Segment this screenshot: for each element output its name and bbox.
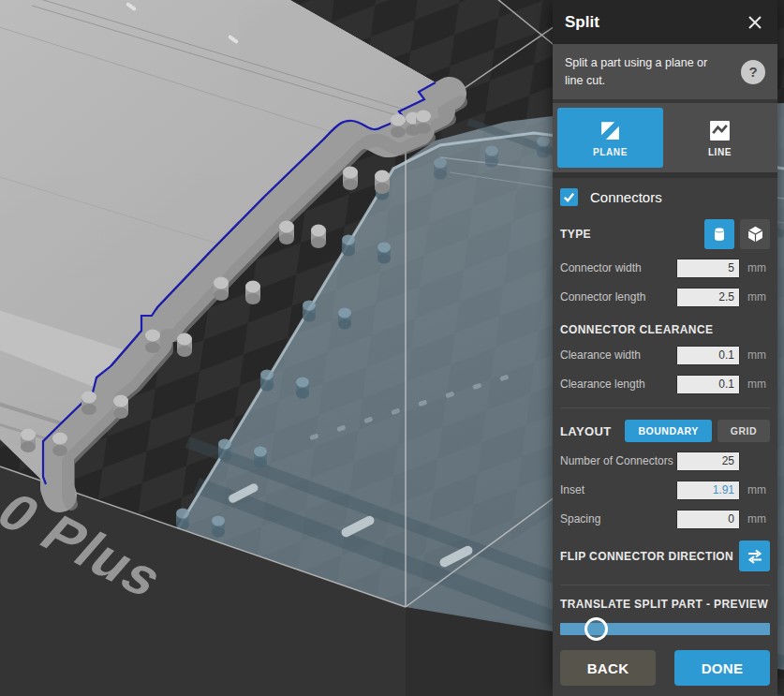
number-of-connectors-input[interactable] [676, 452, 740, 471]
help-button[interactable]: ? [741, 60, 765, 84]
done-button[interactable]: DONE [674, 650, 770, 686]
layout-label: LAYOUT [560, 424, 619, 438]
flip-connector-row: FLIP CONNECTOR DIRECTION [560, 541, 770, 571]
translate-preview-slider [560, 617, 770, 641]
help-icon: ? [748, 64, 757, 80]
panel-footer: BACK DONE [560, 641, 770, 696]
grid-layout-button[interactable]: GRID [717, 420, 770, 442]
plane-label: PLANE [593, 147, 628, 157]
cylinder-icon [710, 224, 729, 244]
split-panel: Split Split a part using a plane or line… [553, 0, 777, 688]
connector-width-input[interactable] [676, 259, 740, 278]
inset-field: Inset mm [560, 480, 770, 500]
line-label: LINE [708, 147, 732, 157]
field-label: Connector length [560, 290, 676, 304]
slider-handle[interactable] [584, 617, 608, 641]
cube-icon [746, 224, 765, 244]
line-mode-button[interactable]: LINE [667, 108, 773, 168]
layout-row: LAYOUT BOUNDARY GRID [560, 420, 770, 442]
spacing-field: Spacing mm [560, 509, 770, 529]
cube-type-button[interactable] [740, 219, 770, 249]
unit-label: mm [747, 378, 770, 391]
clearance-section-header: CONNECTOR CLEARANCE [560, 323, 770, 336]
connectors-checkbox[interactable] [560, 188, 578, 206]
connector-type-row: TYPE [560, 219, 770, 249]
line-cut-icon [708, 119, 732, 142]
cylinder-type-button[interactable] [704, 219, 734, 249]
field-label: Connector width [560, 261, 676, 274]
close-icon [747, 14, 763, 31]
plane-cut-icon [599, 119, 622, 142]
divider [560, 407, 770, 408]
field-label: Inset [560, 483, 676, 496]
unit-label: mm [747, 290, 770, 304]
app-window: 0 Plus [0, 0, 784, 696]
flip-label: FLIP CONNECTOR DIRECTION [560, 550, 733, 563]
spacing-input[interactable] [676, 510, 740, 529]
plane-mode-button[interactable]: PLANE [557, 108, 663, 168]
back-button[interactable]: BACK [560, 650, 656, 686]
number-of-connectors-field: Number of Connectors [560, 451, 770, 471]
cut-mode-toolbar: PLANE LINE [553, 103, 777, 172]
connectors-label: Connectors [590, 189, 662, 205]
connector-width-field: Connector width mm [560, 258, 770, 278]
clearance-length-field: Clearance length mm [560, 374, 770, 394]
unit-label: mm [747, 261, 770, 274]
clearance-width-input[interactable] [676, 346, 740, 365]
divider [560, 585, 770, 585]
panel-description-bar: Split a part using a plane or line cut. … [553, 44, 777, 99]
close-button[interactable] [745, 12, 765, 33]
flip-connector-button[interactable] [739, 541, 770, 571]
connectors-toggle-row: Connectors [560, 188, 770, 206]
clearance-length-input[interactable] [676, 375, 740, 394]
boundary-layout-button[interactable]: BOUNDARY [625, 420, 711, 442]
field-label: Number of Connectors [560, 454, 676, 467]
unit-label: mm [747, 348, 770, 362]
checkmark-icon [563, 191, 575, 203]
field-label: Clearance length [560, 378, 676, 391]
translate-section-header: TRANSLATE SPLIT PART - PREVIEW [560, 598, 770, 611]
field-label: Spacing [560, 512, 676, 526]
panel-description: Split a part using a plane or line cut. [565, 54, 713, 88]
clearance-width-field: Clearance width mm [560, 345, 770, 365]
field-label: Clearance width [560, 348, 676, 362]
type-label: TYPE [560, 228, 591, 241]
panel-title: Split [565, 13, 599, 32]
panel-header: Split [553, 0, 777, 44]
unit-label: mm [747, 483, 770, 496]
swap-arrows-icon [746, 547, 764, 566]
unit-label: mm [747, 512, 770, 526]
connector-length-input[interactable] [676, 288, 740, 307]
connector-length-field: Connector length mm [560, 287, 770, 307]
panel-body: Connectors TYPE [553, 178, 777, 696]
inset-input[interactable] [676, 481, 740, 500]
